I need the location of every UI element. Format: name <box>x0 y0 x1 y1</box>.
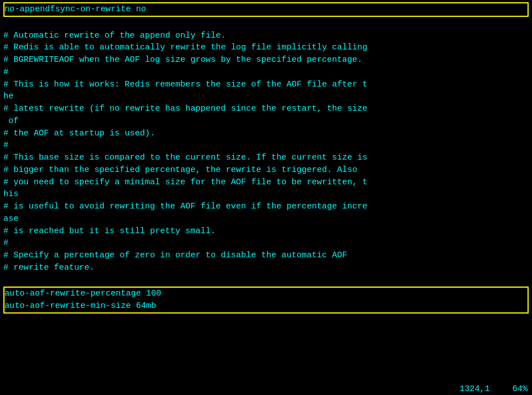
editor: no-appendfsync-on-rewrite no # Automatic… <box>0 0 532 395</box>
line-4: # Redis is able to automatically rewrite… <box>3 42 529 54</box>
line-2 <box>3 17 529 30</box>
line-21: auto-aof-rewrite-min-size 64mb <box>4 300 528 312</box>
line-5: # BGREWRITEAOF when the AOF log size gro… <box>3 54 529 66</box>
line-7: # This is how it works: Redis remembers … <box>3 79 529 91</box>
line-16: # <box>3 237 529 249</box>
line-1: no-appendfsync-on-rewrite no <box>4 3 528 16</box>
cursor-position: 1324,1 <box>460 383 490 395</box>
line-18: # rewrite feature. <box>3 262 529 274</box>
line-8b: of <box>3 115 529 128</box>
line-12: # bigger than the specified percentage, … <box>3 164 529 176</box>
highlight-bottom: auto-aof-rewrite-percentage 100 auto-aof… <box>3 287 529 314</box>
line-19 <box>3 274 529 287</box>
line-11: # This base size is compared to the curr… <box>3 152 529 164</box>
line-20: auto-aof-rewrite-percentage 100 <box>4 288 528 300</box>
line-8: # latest rewrite (if no rewrite has happ… <box>3 103 529 115</box>
line-14: # is useful to avoid rewriting the AOF f… <box>3 201 529 213</box>
line-13: # you need to specify a minimal size for… <box>3 176 529 189</box>
line-10: # <box>3 139 529 152</box>
line-17: # Specify a percentage of zero in order … <box>3 249 529 262</box>
line-13b: his <box>3 188 529 201</box>
code-area: no-appendfsync-on-rewrite no # Automatic… <box>3 2 529 377</box>
status-right: 1324,1 64% <box>460 383 528 395</box>
line-14b: ase <box>3 213 529 225</box>
status-bar: 1324,1 64% <box>0 383 532 395</box>
line-9: # the AOF at startup is used). <box>3 128 529 140</box>
line-15: # is reached but it is still pretty smal… <box>3 225 529 238</box>
line-7b: he <box>3 90 529 103</box>
highlight-top: no-appendfsync-on-rewrite no <box>3 2 529 17</box>
line-6: # <box>3 66 529 79</box>
zoom-level: 64% <box>512 383 528 395</box>
line-3: # Automatic rewrite of the append only f… <box>3 30 529 42</box>
